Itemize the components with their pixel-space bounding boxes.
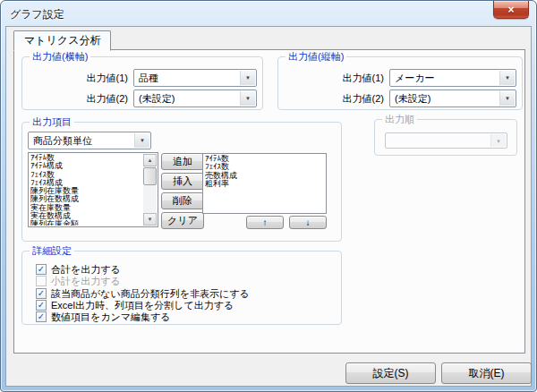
cancel-button[interactable]: 取消(E) bbox=[441, 362, 532, 384]
output-value-1-label: 出力値(1) bbox=[278, 69, 384, 87]
available-items-listbox[interactable]: ｱｲﾃﾑ数 ｱｲﾃﾑ構成 ﾌｪｲｽ数 ﾌｪｲｽ構成 陳列在庫数量 陳列在数構成 … bbox=[28, 152, 158, 227]
group-title-x-axis: 出力値(横軸) bbox=[30, 50, 90, 64]
group-output-items: 出力項目 商品分類単位 ▼ ｱｲﾃﾑ数 ｱｲﾃﾑ構成 ﾌｪｲｽ数 ﾌｪｲｽ構成 … bbox=[21, 122, 342, 242]
add-button[interactable]: 追加 bbox=[161, 153, 204, 170]
title-bar[interactable]: グラフ設定 × bbox=[1, 1, 536, 26]
group-title-output-order: 出力順 bbox=[382, 113, 417, 126]
tab-matrix-analysis[interactable]: マトリクス分析 bbox=[13, 30, 111, 51]
combobox-value: (未設定) bbox=[139, 93, 175, 104]
combobox-value: 商品分類単位 bbox=[33, 135, 92, 146]
dialog-client-area: マトリクス分析 出力値(横軸) 出力値(1) 品種 ▼ 出力値(2) (未設定)… bbox=[5, 26, 532, 387]
group-title-y-axis: 出力値(縦軸) bbox=[286, 50, 346, 64]
tab-page: 出力値(横軸) 出力値(1) 品種 ▼ 出力値(2) (未設定) ▼ 出力値(縦… bbox=[13, 49, 525, 354]
settings-button[interactable]: 設定(S) bbox=[345, 362, 436, 384]
dropdown-arrow-icon: ▼ bbox=[499, 91, 515, 106]
dropdown-arrow-icon: ▼ bbox=[240, 91, 255, 106]
checkbox-unchecked-icon bbox=[36, 276, 47, 286]
group-output-y-axis: 出力値(縦軸) 出力値(1) メーカー ▼ 出力値(2) (未設定) ▼ bbox=[277, 56, 523, 110]
window-title: グラフ設定 bbox=[10, 7, 64, 22]
checkbox-label: 小計を出力する bbox=[51, 276, 121, 286]
output-order-combobox: ▼ bbox=[385, 132, 507, 149]
checkbox-checked-icon: ✓ bbox=[36, 288, 47, 299]
insert-button[interactable]: 挿入 bbox=[161, 173, 204, 190]
checkbox-label: 合計を出力する bbox=[51, 264, 121, 275]
delete-button[interactable]: 削除 bbox=[161, 192, 204, 209]
x-axis-value-1-combobox[interactable]: 品種 ▼ bbox=[133, 69, 257, 87]
group-title-detail-settings: 詳細設定 bbox=[30, 244, 74, 258]
up-arrow-icon: ↑ bbox=[263, 217, 268, 227]
dropdown-arrow-icon: ▼ bbox=[490, 134, 506, 147]
checkbox-hide-empty-rows[interactable]: ✓ 該当商品がない商品分類行列を非表示にする bbox=[22, 288, 337, 300]
checkbox-output-total[interactable]: ✓ 合計を出力する bbox=[22, 264, 337, 276]
group-output-x-axis: 出力値(横軸) 出力値(1) 品種 ▼ 出力値(2) (未設定) ▼ bbox=[21, 56, 263, 110]
list-item[interactable]: 粗利率 bbox=[205, 180, 324, 188]
clear-button[interactable]: クリア bbox=[161, 212, 204, 229]
close-icon: × bbox=[507, 4, 514, 16]
close-button[interactable]: × bbox=[493, 1, 529, 19]
checkbox-checked-icon: ✓ bbox=[36, 300, 47, 311]
list-item[interactable]: 陳列在庫金額 bbox=[30, 220, 142, 226]
y-axis-value-1-combobox[interactable]: メーカー ▼ bbox=[389, 69, 516, 87]
output-value-2-label: 出力値(2) bbox=[278, 89, 384, 107]
selected-items-listbox[interactable]: ｱｲﾃﾑ数 ﾌｪｲｽ数 売数構成 粗利率 bbox=[202, 153, 327, 214]
scroll-down-icon[interactable]: ▼ bbox=[143, 213, 157, 226]
checkbox-label: 数値項目をカンマ編集する bbox=[51, 311, 171, 322]
checkbox-label: 該当商品がない商品分類行列を非表示にする bbox=[51, 288, 250, 299]
checkbox-label: Excel出力時、列項目を分割して出力する bbox=[51, 300, 234, 311]
checkbox-checked-icon: ✓ bbox=[36, 264, 47, 275]
dropdown-arrow-icon: ▼ bbox=[240, 71, 255, 85]
output-value-2-label: 出力値(2) bbox=[22, 89, 128, 107]
group-output-order: 出力順 ▼ bbox=[374, 119, 517, 156]
move-up-button[interactable]: ↑ bbox=[246, 216, 284, 229]
scroll-up-icon[interactable]: ▲ bbox=[143, 154, 157, 166]
category-unit-combobox[interactable]: 商品分類単位 ▼ bbox=[28, 132, 151, 149]
combobox-value: 品種 bbox=[139, 72, 158, 83]
checkbox-split-columns-excel[interactable]: ✓ Excel出力時、列項目を分割して出力する bbox=[22, 300, 337, 311]
y-axis-value-2-combobox[interactable]: (未設定) ▼ bbox=[389, 89, 516, 107]
checkbox-output-subtotal: 小計を出力する bbox=[22, 276, 337, 287]
vertical-scrollbar[interactable]: ▲ ▼ bbox=[143, 154, 157, 226]
scrollbar-thumb[interactable] bbox=[143, 167, 157, 185]
move-down-button[interactable]: ↓ bbox=[289, 216, 327, 229]
combobox-value: (未設定) bbox=[395, 93, 430, 104]
group-title-output-items: 出力項目 bbox=[30, 115, 74, 129]
down-arrow-icon: ↓ bbox=[306, 217, 311, 227]
dialog-window: グラフ設定 × マトリクス分析 出力値(横軸) 出力値(1) 品種 ▼ 出力値(… bbox=[0, 0, 537, 392]
dropdown-arrow-icon: ▼ bbox=[499, 71, 515, 85]
output-value-1-label: 出力値(1) bbox=[22, 69, 128, 87]
group-detail-settings: 詳細設定 ✓ 合計を出力する 小計を出力する ✓ 該当商品がない商品分類行列を非… bbox=[21, 251, 342, 325]
x-axis-value-2-combobox[interactable]: (未設定) ▼ bbox=[133, 89, 257, 107]
dropdown-arrow-icon: ▼ bbox=[134, 133, 149, 148]
combobox-value: メーカー bbox=[395, 72, 435, 83]
checkbox-checked-icon: ✓ bbox=[36, 311, 47, 322]
checkbox-comma-format[interactable]: ✓ 数値項目をカンマ編集する bbox=[22, 311, 337, 323]
